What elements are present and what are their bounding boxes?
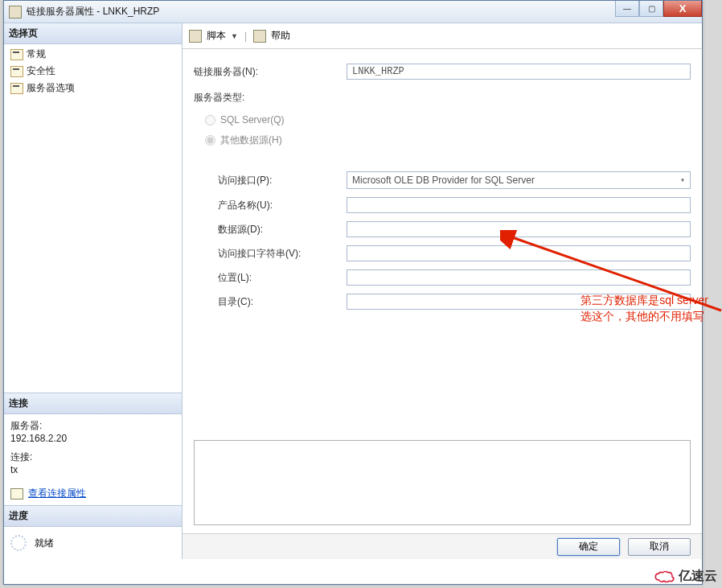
product-label: 产品名称(U):: [218, 199, 347, 212]
annotation-text: 第三方数据库是sql server 选这个，其他的不用填写: [580, 292, 708, 324]
dialog-footer: 确定 取消: [183, 533, 702, 559]
radio-sql-input: [205, 115, 215, 125]
script-button[interactable]: 脚本: [207, 29, 226, 43]
select-page-header: 选择页: [4, 23, 182, 44]
server-type-radios: SQL Server(Q) 其他数据源(H): [194, 114, 691, 147]
page-icon: [10, 66, 23, 77]
right-pane: 脚本 ▼ | 帮助 链接服务器(N): 服务器类型: SQL Server(Q): [183, 23, 702, 559]
view-link-text[interactable]: 查看连接属性: [28, 487, 86, 500]
description-box: [194, 440, 691, 525]
provider-string-input[interactable]: [347, 245, 691, 261]
watermark: 亿速云: [654, 568, 717, 585]
server-type-label: 服务器类型:: [194, 91, 691, 105]
watermark-text: 亿速云: [679, 568, 717, 585]
linked-server-label: 链接服务器(N):: [194, 65, 347, 79]
radio-other-label: 其他数据源(H): [220, 134, 282, 147]
catalog-label: 目录(C):: [218, 295, 347, 309]
progress-status: 就绪: [35, 537, 54, 550]
nav-list: 常规 安全性 服务器选项: [4, 44, 182, 98]
conn-value: tx: [10, 464, 175, 475]
maximize-button[interactable]: ▢: [639, 1, 663, 17]
provider-string-label: 访问接口字符串(V):: [218, 247, 347, 261]
spinner-icon: [10, 535, 27, 551]
nav-label: 常规: [27, 47, 46, 61]
properties-icon: [10, 488, 23, 500]
left-pane: 选择页 常规 安全性 服务器选项 连接: [4, 23, 183, 559]
provider-dropdown[interactable]: Microsoft OLE DB Provider for SQL Server: [347, 171, 691, 189]
nav-item-general[interactable]: 常规: [4, 46, 182, 63]
toolbar: 脚本 ▼ | 帮助: [183, 23, 702, 49]
radio-sql-server: SQL Server(Q): [205, 114, 691, 125]
nav-item-security[interactable]: 安全性: [4, 63, 182, 80]
radio-sql-label: SQL Server(Q): [220, 114, 285, 125]
datasource-input[interactable]: [347, 221, 691, 237]
linked-server-input[interactable]: [347, 64, 691, 80]
provider-label: 访问接口(P):: [218, 174, 347, 187]
connection-section: 连接 服务器: 192.168.2.20 连接: tx 查看连接属性: [4, 393, 182, 505]
product-input[interactable]: [347, 197, 691, 213]
location-label: 位置(L):: [218, 271, 347, 285]
help-icon: [253, 30, 266, 43]
window-title: 链接服务器属性 - LNKK_HRZP: [27, 5, 159, 19]
dialog-body: 选择页 常规 安全性 服务器选项 连接: [4, 23, 702, 559]
server-value: 192.168.2.20: [10, 433, 175, 444]
watermark-logo-icon: [654, 569, 675, 584]
conn-label: 连接:: [10, 450, 175, 464]
server-label: 服务器:: [10, 419, 175, 433]
window-controls: — ▢ X: [615, 1, 702, 17]
annotation-line1: 第三方数据库是sql server: [580, 292, 708, 308]
connection-header: 连接: [4, 393, 182, 414]
radio-other-source: 其他数据源(H): [205, 134, 691, 147]
page-icon: [10, 83, 23, 94]
help-button[interactable]: 帮助: [271, 29, 290, 43]
separator: |: [244, 31, 247, 42]
ok-button[interactable]: 确定: [557, 538, 620, 556]
nav-label: 服务器选项: [27, 81, 75, 95]
app-icon: [9, 6, 22, 19]
location-input[interactable]: [347, 269, 691, 286]
minimize-button[interactable]: —: [615, 1, 639, 17]
page-icon: [10, 49, 23, 60]
progress-body: 就绪: [4, 527, 182, 559]
nav-item-server-options[interactable]: 服务器选项: [4, 80, 182, 97]
connection-body: 服务器: 192.168.2.20 连接: tx 查看连接属性: [4, 414, 182, 505]
radio-other-input: [205, 135, 215, 146]
datasource-label: 数据源(D):: [218, 223, 347, 236]
titlebar: 链接服务器属性 - LNKK_HRZP — ▢ X: [4, 1, 702, 23]
close-button[interactable]: X: [663, 1, 702, 17]
provider-value: Microsoft OLE DB Provider for SQL Server: [352, 175, 535, 186]
cancel-button[interactable]: 取消: [628, 538, 691, 556]
progress-section: 进度 就绪: [4, 505, 182, 559]
view-connection-link[interactable]: 查看连接属性: [10, 487, 175, 500]
progress-header: 进度: [4, 506, 182, 527]
dropdown-arrow-icon[interactable]: ▼: [231, 32, 238, 40]
script-icon: [189, 30, 202, 43]
content-area: 链接服务器(N): 服务器类型: SQL Server(Q) 其他数据源(H): [183, 49, 702, 533]
dialog-window: 链接服务器属性 - LNKK_HRZP — ▢ X 选择页 常规 安全性 服务: [3, 0, 703, 585]
nav-label: 安全性: [27, 64, 55, 78]
annotation-line2: 选这个，其他的不用填写: [580, 308, 708, 324]
